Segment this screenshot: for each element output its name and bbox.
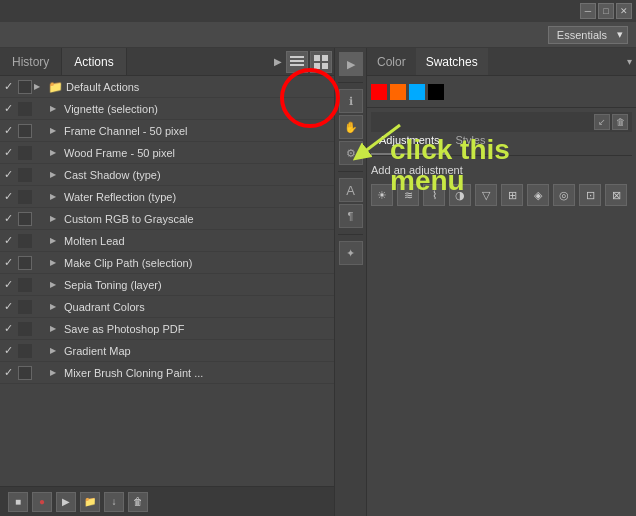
check-mark: ✓ <box>4 146 18 159</box>
adj-photo-filter-icon[interactable]: ⊡ <box>579 184 601 206</box>
panel-arrow[interactable]: ▾ <box>627 56 636 67</box>
action-item[interactable]: ✓▶Save as Photoshop PDF <box>0 318 334 340</box>
adj-exposure-icon[interactable]: ◑ <box>449 184 471 206</box>
expand-triangle[interactable]: ▶ <box>50 258 64 267</box>
item-checkbox[interactable] <box>18 344 32 358</box>
adj-gradient-icon[interactable]: ▽ <box>475 184 497 206</box>
hand-strip-btn[interactable]: ✋ <box>339 115 363 139</box>
adj-tabs-row: Adjustments Styles <box>371 132 632 156</box>
item-checkbox[interactable] <box>18 102 32 116</box>
svg-rect-1 <box>290 60 304 62</box>
stop-button[interactable]: ■ <box>8 492 28 512</box>
expand-triangle[interactable]: ▶ <box>50 368 64 377</box>
adj-channel-icon[interactable]: ⊠ <box>605 184 627 206</box>
adjustments-panel: ↙ 🗑 Adjustments Styles Add an adjustment… <box>367 108 636 516</box>
adj-hue-icon[interactable]: ◈ <box>527 184 549 206</box>
color-swatch[interactable] <box>409 84 425 100</box>
expand-triangle[interactable]: ▶ <box>50 324 64 333</box>
adj-tab-styles[interactable]: Styles <box>448 132 494 155</box>
tab-color[interactable]: Color <box>367 48 416 75</box>
record-button[interactable]: ● <box>32 492 52 512</box>
action-item[interactable]: ✓▶Mixer Brush Cloning Paint ... <box>0 362 334 384</box>
item-checkbox[interactable] <box>18 124 32 138</box>
svg-rect-5 <box>314 63 320 69</box>
grid-menu-icon[interactable] <box>310 51 332 73</box>
folder-button[interactable]: 📁 <box>80 492 100 512</box>
color-swatch[interactable] <box>371 84 387 100</box>
item-checkbox[interactable] <box>18 278 32 292</box>
item-checkbox[interactable] <box>18 146 32 160</box>
action-item[interactable]: ✓▶Cast Shadow (type) <box>0 164 334 186</box>
action-item[interactable]: ✓▶Quadrant Colors <box>0 296 334 318</box>
action-item[interactable]: ✓▶Custom RGB to Grayscale <box>0 208 334 230</box>
check-mark: ✓ <box>4 278 18 291</box>
expand-triangle[interactable]: ▶ <box>34 82 48 91</box>
panel-collapse-btn[interactable]: ↙ <box>594 114 610 130</box>
actions-list: ✓▶📁Default Actions✓▶Vignette (selection)… <box>0 76 334 486</box>
strip-divider-2 <box>338 171 363 172</box>
action-item[interactable]: ✓▶Sepia Toning (layer) <box>0 274 334 296</box>
text-strip-btn[interactable]: A <box>339 178 363 202</box>
color-swatch[interactable] <box>390 84 406 100</box>
minimize-button[interactable]: ─ <box>580 3 596 19</box>
item-checkbox[interactable] <box>18 168 32 182</box>
item-checkbox[interactable] <box>18 256 32 270</box>
expand-triangle[interactable]: ▶ <box>50 148 64 157</box>
adj-brightness-icon[interactable]: ☀ <box>371 184 393 206</box>
info-strip-btn[interactable]: ℹ <box>339 89 363 113</box>
expand-triangle[interactable]: ▶ <box>50 346 64 355</box>
expand-triangle[interactable]: ▶ <box>50 280 64 289</box>
bottom-toolbar: ■ ● ▶ 📁 ↓ 🗑 <box>0 486 334 516</box>
action-item[interactable]: ✓▶Water Reflection (type) <box>0 186 334 208</box>
close-button[interactable]: ✕ <box>616 3 632 19</box>
action-item[interactable]: ✓▶Wood Frame - 50 pixel <box>0 142 334 164</box>
adj-curves-icon[interactable]: ⌇ <box>423 184 445 206</box>
action-item[interactable]: ✓▶Make Clip Path (selection) <box>0 252 334 274</box>
adjustments-strip-btn[interactable]: ⚙ <box>339 141 363 165</box>
item-checkbox[interactable] <box>18 190 32 204</box>
expand-triangle[interactable]: ▶ <box>50 214 64 223</box>
item-checkbox[interactable] <box>18 322 32 336</box>
item-label: Cast Shadow (type) <box>64 169 161 181</box>
expand-triangle[interactable]: ▶ <box>50 236 64 245</box>
adj-tab-adjustments[interactable]: Adjustments <box>371 132 448 155</box>
tab-history[interactable]: History <box>0 48 62 75</box>
item-checkbox[interactable] <box>18 300 32 314</box>
item-checkbox[interactable] <box>18 80 32 94</box>
middle-strip: ▶ ℹ ✋ ⚙ A ¶ ✦ <box>335 48 367 516</box>
tab-actions[interactable]: Actions <box>62 48 126 75</box>
play-button[interactable]: ▶ <box>56 492 76 512</box>
delete-button[interactable]: 🗑 <box>128 492 148 512</box>
maximize-button[interactable]: □ <box>598 3 614 19</box>
panel-delete-btn[interactable]: 🗑 <box>612 114 628 130</box>
expand-triangle[interactable]: ▶ <box>50 170 64 179</box>
item-checkbox[interactable] <box>18 366 32 380</box>
item-checkbox[interactable] <box>18 234 32 248</box>
action-item[interactable]: ✓▶Vignette (selection) <box>0 98 334 120</box>
check-mark: ✓ <box>4 322 18 335</box>
item-label: Quadrant Colors <box>64 301 145 313</box>
expand-triangle[interactable]: ▶ <box>50 126 64 135</box>
adj-levels-icon[interactable]: ≋ <box>397 184 419 206</box>
action-item[interactable]: ✓▶Gradient Map <box>0 340 334 362</box>
swatches-area <box>367 76 636 108</box>
action-item[interactable]: ✓▶Frame Channel - 50 pixel <box>0 120 334 142</box>
action-item[interactable]: ✓▶Molten Lead <box>0 230 334 252</box>
save-button[interactable]: ↓ <box>104 492 124 512</box>
action-item[interactable]: ✓▶📁Default Actions <box>0 76 334 98</box>
left-panel: History Actions ▶ ✓▶📁Default Ac <box>0 48 335 516</box>
expand-triangle[interactable]: ▶ <box>50 104 64 113</box>
expand-triangle[interactable]: ▶ <box>50 192 64 201</box>
play-strip-btn[interactable]: ▶ <box>339 52 363 76</box>
adj-color-balance-icon[interactable]: ⊞ <box>501 184 523 206</box>
star-strip-btn[interactable]: ✦ <box>339 241 363 265</box>
item-checkbox[interactable] <box>18 212 32 226</box>
tab-swatches[interactable]: Swatches <box>416 48 488 75</box>
color-swatch[interactable] <box>428 84 444 100</box>
list-menu-icon[interactable] <box>286 51 308 73</box>
expand-triangle[interactable]: ▶ <box>50 302 64 311</box>
tab-arrow[interactable]: ▶ <box>274 56 282 67</box>
essentials-dropdown[interactable]: Essentials <box>548 26 628 44</box>
para-strip-btn[interactable]: ¶ <box>339 204 363 228</box>
adj-saturation-icon[interactable]: ◎ <box>553 184 575 206</box>
